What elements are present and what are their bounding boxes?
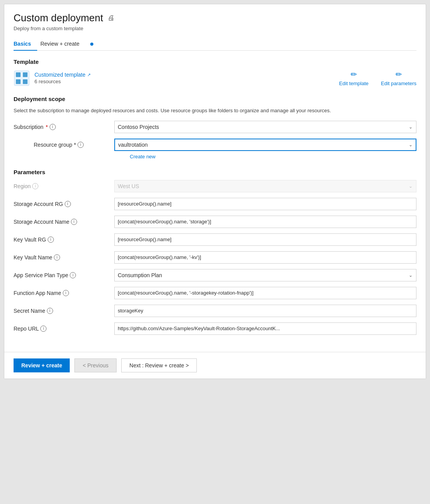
print-icon[interactable]: 🖨 [108,14,115,22]
edit-template-button[interactable]: ✏ Edit template [339,70,368,86]
app-service-plan-select-wrapper: Consumption Plan ⌄ [114,269,416,281]
key-vault-rg-info-icon[interactable]: i [48,237,54,243]
create-new-link[interactable]: Create new [130,154,155,159]
resource-group-info-icon[interactable]: i [77,142,84,148]
repo-url-control [114,322,416,335]
tab-basics[interactable]: Basics [14,38,37,51]
subscription-select[interactable]: Contoso Projects [114,121,416,133]
resource-group-select[interactable]: vaultrotation [114,139,416,151]
storage-account-rg-input[interactable] [114,198,416,210]
tab-dot-indicator [90,43,93,46]
param-row-secret-name: Secret Name i [14,305,416,317]
key-vault-rg-input[interactable] [114,233,416,246]
template-heading: Template [14,58,416,65]
resource-group-label: Resource group * i [34,139,119,151]
param-row-region: Region i West US ⌄ [14,180,416,192]
review-create-button[interactable]: Review + create [14,358,70,372]
pencil-icon-parameters: ✏ [396,70,402,79]
template-name-link[interactable]: Customized template ↗ [34,72,91,78]
function-app-name-info-icon[interactable]: i [63,290,69,296]
region-select: West US [114,180,416,192]
param-row-key-vault-name: Key Vault Name i [14,251,416,264]
secret-name-control [114,305,416,317]
param-label-region: Region i [14,183,114,189]
deployment-scope-section: Deployment scope Select the subscription… [14,96,416,159]
param-row-function-app-name: Function App Name i [14,287,416,299]
template-row: Customized template ↗ 6 resources ✏ Edit… [14,70,416,86]
previous-button: < Previous [74,358,117,372]
parameters-heading: Parameters [14,169,416,175]
page-container: Custom deployment 🖨 Deploy from a custom… [4,4,426,379]
param-row-key-vault-rg: Key Vault RG i [14,233,416,246]
key-vault-name-control [114,251,416,264]
param-row-storage-account-rg: Storage Account RG i [14,198,416,210]
tab-review-create[interactable]: Review + create [40,38,86,51]
svg-rect-3 [16,79,21,84]
storage-name-info-icon[interactable]: i [71,219,77,225]
param-row-app-service-plan-type: App Service Plan Type i Consumption Plan… [14,269,416,281]
param-row-repo-url: Repo URL i [14,322,416,335]
svg-rect-2 [23,72,28,77]
storage-rg-info-icon[interactable]: i [65,201,71,207]
param-label-repo-url: Repo URL i [14,326,114,332]
next-button[interactable]: Next : Review + create > [121,358,197,372]
storage-account-rg-control [114,198,416,210]
svg-rect-4 [23,79,28,84]
edit-parameters-button[interactable]: ✏ Edit parameters [381,70,416,86]
param-label-secret-name: Secret Name i [14,308,114,314]
resource-group-select-wrapper: vaultrotation ⌄ [114,139,416,151]
footer: Review + create < Previous Next : Review… [4,352,426,379]
repo-url-input[interactable] [114,322,416,335]
storage-account-name-input[interactable] [114,216,416,228]
region-select-wrapper: West US ⌄ [114,180,416,192]
key-vault-name-input[interactable] [114,251,416,264]
subscription-label: Subscription * i [14,124,114,130]
storage-account-name-control [114,216,416,228]
subscription-row: Subscription * i Contoso Projects ⌄ [14,121,416,133]
template-icon [14,70,30,86]
pencil-icon-template: ✏ [351,70,357,79]
template-actions: ✏ Edit template ✏ Edit parameters [339,70,416,86]
subscription-required: * [46,124,48,130]
external-link-icon: ↗ [87,72,91,77]
repo-url-info-icon[interactable]: i [40,326,46,332]
param-label-key-vault-rg: Key Vault RG i [14,237,114,243]
parameters-section: Parameters Region i West US ⌄ Storage Ac… [14,169,416,335]
secret-name-info-icon[interactable]: i [47,308,53,314]
deployment-scope-description: Select the subscription to manage deploy… [14,107,416,115]
param-label-storage-account-rg: Storage Account RG i [14,201,114,207]
param-label-key-vault-name: Key Vault Name i [14,254,114,261]
secret-name-input[interactable] [114,305,416,317]
resource-group-row: Resource group * i vaultrotation ⌄ [14,139,416,151]
app-service-plan-select[interactable]: Consumption Plan [114,269,416,281]
template-info: Customized template ↗ 6 resources [14,70,91,86]
subscription-select-wrapper: Contoso Projects ⌄ [114,121,416,133]
resource-group-required: * [74,142,76,148]
param-label-storage-account-name: Storage Account Name i [14,219,114,225]
subscription-info-icon[interactable]: i [50,124,56,130]
page-subtitle: Deploy from a custom template [14,26,416,31]
deployment-scope-heading: Deployment scope [14,96,416,102]
region-info-icon[interactable]: i [32,183,38,189]
function-app-name-input[interactable] [114,287,416,299]
function-app-name-control [114,287,416,299]
key-vault-rg-control [114,233,416,246]
param-label-function-app-name: Function App Name i [14,290,114,296]
page-header: Custom deployment 🖨 [14,12,416,24]
template-section: Template Customized template [14,58,416,86]
page-title: Custom deployment [14,12,103,24]
app-service-plan-info-icon[interactable]: i [70,272,76,278]
param-label-app-service-plan-type: App Service Plan Type i [14,272,114,278]
template-resources: 6 resources [34,79,91,84]
tabs-bar: Basics Review + create [14,38,416,51]
svg-rect-1 [16,72,21,77]
param-row-storage-account-name: Storage Account Name i [14,216,416,228]
create-new-row: Create new [14,153,416,159]
key-vault-name-info-icon[interactable]: i [54,254,60,261]
